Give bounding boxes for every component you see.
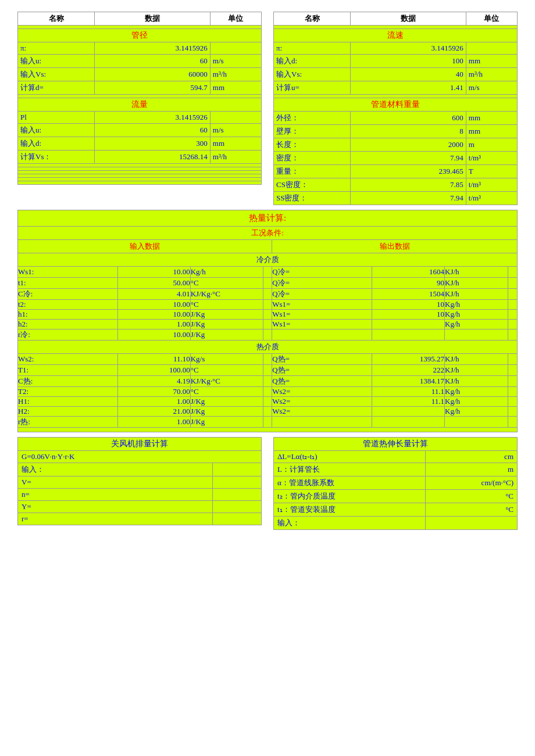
pm-label-0: 外径： (274, 112, 351, 125)
header-name-left: 名称 (18, 12, 95, 26)
hot-out-unit-2: KJ/h (445, 376, 508, 387)
pipe-diameter-title: 管径 (18, 29, 262, 42)
fan-r-label: r= (18, 513, 213, 525)
hot-in-label-6: r热: (18, 417, 118, 428)
cold-in-label-1: t1: (18, 278, 118, 289)
cold-in-unit-3: °C (190, 300, 263, 310)
cold-in-label-2: C冷: (18, 289, 118, 300)
hot-out-unit-6 (445, 417, 508, 428)
pm-value-2: 2000 (351, 138, 466, 152)
hot-out-value-3: 11.1 (372, 387, 445, 397)
flow-title: 流量 (18, 98, 262, 112)
fl-unit-0 (210, 112, 261, 124)
pd-unit-2: m³/h (210, 68, 261, 81)
cold-out-value-2: 1504 (372, 289, 445, 300)
hot-in-label-1: T1: (18, 365, 118, 376)
fl-unit-2: mm (210, 137, 261, 151)
cold-out-label-0: Q冷= (272, 267, 372, 278)
cold-out-unit-0: KJ/h (445, 267, 508, 278)
cold-medium-title: 冷介质 (18, 253, 518, 267)
hot-in-value-6: 1.00 (117, 417, 190, 428)
pd-label-2: 输入Vs: (18, 68, 95, 81)
hot-in-label-5: H2: (18, 407, 118, 417)
hot-in-label-0: Ws2: (18, 354, 118, 365)
fl-label-3: 计算Vs： (18, 151, 95, 164)
cold-out-value-5 (372, 320, 445, 329)
hot-out-unit-5: Kg/h (445, 407, 508, 417)
cold-out-label-5: Ws1= (272, 320, 372, 329)
fan-formula: G=0.06V·n·Y·r·K (18, 451, 262, 463)
pipe-expand-table: 管道热伸长量计算 ΔL=Lα(t₂-t₁) cm L：计算管长 m α：管道线胀… (273, 437, 518, 530)
fs-value-0: 3.1415926 (351, 42, 466, 55)
fs-label-0: π: (274, 42, 351, 55)
fs-unit-2: m³/h (466, 68, 517, 81)
cold-in-label-4: h1: (18, 310, 118, 320)
pipe-expand-row-0-unit: m (425, 463, 517, 476)
hot-out-unit-0: KJ/h (445, 354, 508, 365)
left-panel: 名称 数据 单位 管径 π: 3.1415926 输入u: 60 m/s (17, 12, 262, 205)
hot-out-label-3: Ws2= (272, 387, 372, 397)
heat-input-label: 输入数据 (18, 240, 272, 253)
hot-in-unit-1: °C (190, 365, 263, 376)
hot-in-value-3: 70.00 (117, 387, 190, 397)
fl-label-0: Pl (18, 112, 95, 124)
fs-unit-0 (466, 42, 517, 55)
pipe-expand-row-3-unit: °C (425, 503, 517, 517)
fan-r-value (213, 513, 262, 525)
pm-unit-5: t/m³ (466, 178, 517, 192)
pipe-expand-row-4-unit (425, 517, 517, 530)
pipe-expand-row-3-label: t₁：管道安装温度 (274, 503, 426, 517)
pm-unit-3: t/m³ (466, 152, 517, 165)
heat-subtitle: 工况条件: (18, 227, 518, 240)
pm-unit-1: mm (466, 125, 517, 138)
cold-in-label-3: t2: (18, 300, 118, 310)
cold-out-unit-6 (445, 329, 508, 341)
fan-y-value (213, 501, 262, 513)
pipe-expand-formula: ΔL=Lα(t₂-t₁) (274, 451, 426, 463)
header-data-right: 数据 (351, 12, 466, 26)
hot-in-value-1: 100.00 (117, 365, 190, 376)
cold-in-label-6: r冷: (18, 329, 118, 341)
cold-in-value-1: 50.00 (117, 278, 190, 289)
cold-in-unit-1: °C (190, 278, 263, 289)
cold-out-unit-1: KJ/h (445, 278, 508, 289)
pd-unit-3: mm (210, 81, 261, 95)
hot-out-label-6 (272, 417, 372, 428)
fan-v-value (213, 476, 262, 489)
pd-label-3: 计算d= (18, 81, 95, 95)
cold-out-value-3: 10 (372, 300, 445, 310)
pm-value-1: 8 (351, 125, 466, 138)
fan-y-label: Y= (18, 501, 213, 513)
hot-in-value-0: 11.10 (117, 354, 190, 365)
cold-out-value-0: 1604 (372, 267, 445, 278)
hot-in-label-3: T2: (18, 387, 118, 397)
pm-unit-6: t/m³ (466, 192, 517, 205)
hot-out-label-4: Ws2= (272, 397, 372, 407)
fan-n-value (213, 489, 262, 501)
pm-value-6: 7.94 (351, 192, 466, 205)
cold-in-value-5: 1.00 (117, 320, 190, 329)
pd-value-0: 3.1415926 (95, 42, 210, 55)
cold-in-unit-6: J/Kg (190, 329, 263, 341)
hot-out-label-5: Ws2= (272, 407, 372, 417)
pipe-expand-row-2-unit: °C (425, 490, 517, 503)
pipe-expand-section: 管道热伸长量计算 ΔL=Lα(t₂-t₁) cm L：计算管长 m α：管道线胀… (273, 437, 518, 530)
pipe-expand-row-1-unit: cm/(m·°C) (425, 476, 517, 490)
cold-in-value-3: 10.00 (117, 300, 190, 310)
cold-in-unit-0: Kg/h (190, 267, 263, 278)
header-unit-right: 单位 (466, 12, 517, 26)
fl-unit-1: m/s (210, 124, 261, 137)
hot-in-value-4: 1.00 (117, 397, 190, 407)
heat-calc-title: 热量计算: (18, 210, 518, 227)
fl-value-1: 60 (95, 124, 210, 137)
cold-in-unit-5: J/Kg (190, 320, 263, 329)
hot-in-value-2: 4.19 (117, 376, 190, 387)
fan-calc-section: 关风机排量计算 G=0.06V·n·Y·r·K 输入： V= n= (17, 437, 262, 530)
right-panel: 名称 数据 单位 流速 π: 3.1415926 输入d: 100 mm (273, 12, 518, 205)
cold-out-label-2: Q冷= (272, 289, 372, 300)
fs-unit-1: mm (466, 55, 517, 68)
fl-value-0: 3.1415926 (95, 112, 210, 124)
pipe-expand-title: 管道热伸长量计算 (274, 438, 518, 451)
pm-value-5: 7.85 (351, 178, 466, 192)
fl-label-1: 输入u: (18, 124, 95, 137)
